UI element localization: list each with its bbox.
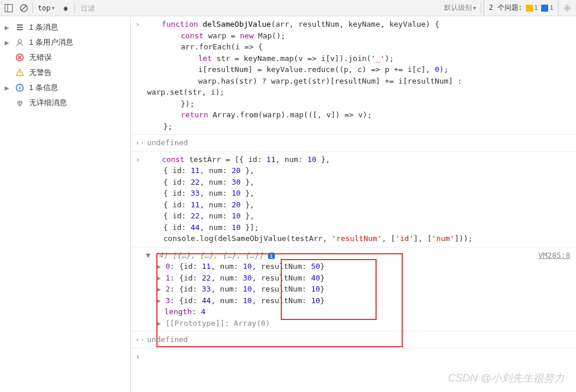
sidebar-item-warnings[interactable]: 无警告 [0,65,130,80]
sidebar-item-label: 无详细消息 [29,98,67,108]
input-arrow-icon: › [135,154,144,166]
log-level-label: 默认级别 [444,3,472,13]
console-entry: › function delSameObjValue(arr, resultNu… [131,16,576,135]
sidebar-item-label: 1 条消息 [29,22,58,33]
console-output: › function delSameObjValue(arr, resultNu… [131,16,576,392]
result-row[interactable]: ▶ 1: {id: 22, num: 30, resultNum: 40} [135,272,576,284]
issues-label: 2 个问题: [489,3,523,13]
context-label: top [38,4,51,12]
sidebar-item-messages[interactable]: ▶1 条消息 [0,20,130,35]
input-arrow-icon: › [135,351,144,362]
warn-badge: 1 [526,4,538,12]
separator [481,3,481,13]
svg-line-3 [22,6,26,10]
log-level-selector[interactable]: 默认级别▼ [442,3,478,13]
sidebar-item-user[interactable]: ▶1 条用户消息 [0,35,130,50]
sidebar-item-label: 无警告 [29,67,52,78]
sidebar-item-label: 1 条用户消息 [29,37,73,48]
result-row[interactable]: ▶ 3: {id: 44, num: 10, resultNum: 10} [135,295,576,307]
context-selector[interactable]: top▼ [35,4,57,12]
expand-arrow-icon[interactable]: ▶ [156,319,161,328]
toggle-drawer-icon[interactable] [2,2,15,15]
sidebar-item-verbose[interactable]: 无详细消息 [0,95,130,110]
console-entry: › const testArr = [{ id: 11, num: 10 }, … [131,152,576,247]
settings-icon[interactable] [561,2,574,15]
svg-rect-0 [5,4,13,12]
clear-console-icon[interactable] [17,2,30,15]
result-row[interactable]: ▶ 0: {id: 11, num: 10, resultNum: 50} [135,261,576,272]
console-toolbar: top▼ ◉ 默认级别▼ 2 个问题: 1 1 [0,0,576,16]
eye-icon[interactable]: ◉ [59,2,72,15]
source-link[interactable]: VM285:8 [538,250,570,261]
warn-icon [15,68,24,77]
result-row[interactable]: ▶ 2: {id: 33, num: 10, resultNum: 10} [135,283,576,295]
console-return: ‹·undefined [131,332,576,348]
i-badge[interactable]: i [268,253,275,259]
separator [33,3,33,13]
svg-point-4 [566,7,568,9]
sidebar-item-info[interactable]: ▶1 条信息 [0,80,130,95]
svg-point-15 [19,85,20,87]
svg-point-8 [18,39,22,43]
sidebar-item-errors[interactable]: 无错误 [0,50,130,65]
separator [74,3,75,13]
return-arrow-icon: ‹· [135,137,144,149]
error-icon [15,53,24,62]
console-log-output: VM285:8 ▼(4) [{…}, {…}, {…}, {…}] i ▶ 0:… [131,247,576,332]
chevron-down-icon: ▼ [52,5,55,11]
main-area: ▶1 条消息 ▶1 条用户消息 无错误 无警告 ▶1 条信息 无详细消息 › f… [0,16,576,392]
issues-summary[interactable]: 2 个问题: 1 1 [484,0,559,16]
user-icon [15,38,24,47]
input-arrow-icon: › [135,19,144,30]
sidebar: ▶1 条消息 ▶1 条用户消息 无错误 无警告 ▶1 条信息 无详细消息 [0,16,131,392]
sidebar-item-label: 1 条信息 [29,82,58,93]
bug-icon [15,98,24,107]
svg-point-13 [19,74,20,75]
chevron-down-icon: ▼ [473,5,476,11]
sidebar-item-label: 无错误 [29,52,52,63]
expand-arrow-icon[interactable]: ▼ [146,250,154,261]
return-arrow-icon: ‹· [135,334,144,346]
filter-input[interactable] [77,4,439,12]
console-return: ‹·undefined [131,135,576,152]
list-icon [15,23,24,32]
info-icon [15,83,24,92]
info-badge: 1 [541,4,553,12]
console-prompt[interactable]: › [131,348,576,365]
